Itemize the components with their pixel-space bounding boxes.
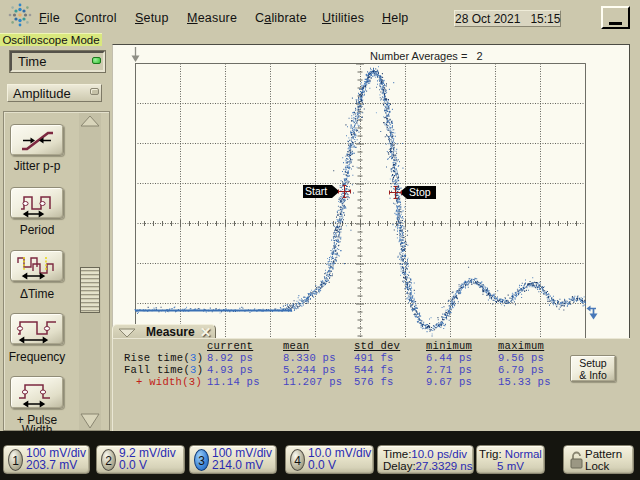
- svg-text:Stop: Stop: [409, 186, 431, 198]
- svg-text:Start: Start: [305, 185, 327, 197]
